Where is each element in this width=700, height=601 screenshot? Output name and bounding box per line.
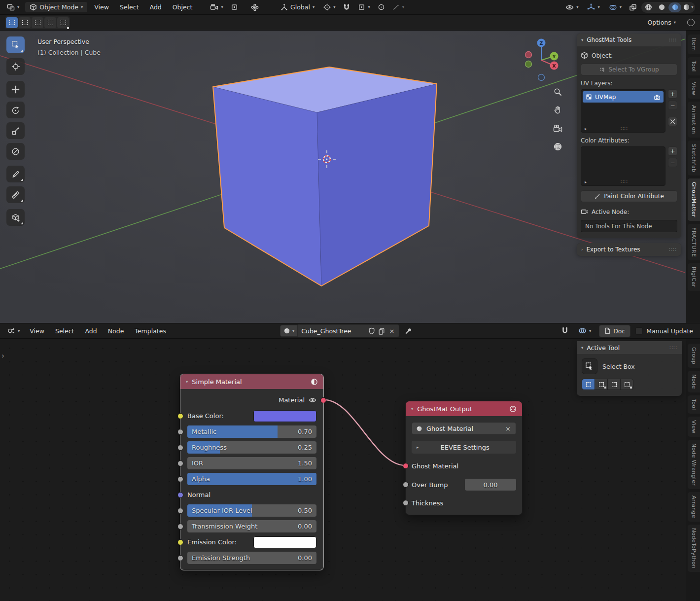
paint-color-attribute-button[interactable]: Paint Color Attribute xyxy=(581,190,677,202)
select-mode-intersect-button[interactable] xyxy=(621,379,633,389)
sidebar-tab-animation[interactable]: Animation xyxy=(688,102,700,138)
roughness-slider[interactable]: Roughness0.25 xyxy=(187,441,316,454)
shader-tab-view[interactable]: View xyxy=(688,417,700,437)
base-color-socket[interactable] xyxy=(177,413,183,419)
camera-icon[interactable] xyxy=(654,94,661,100)
specular-slider[interactable]: Specular IOR Level0.50 xyxy=(187,504,316,517)
options-dropdown[interactable]: Options ▾ xyxy=(644,17,679,28)
over-bump-value-field[interactable]: 0.00 xyxy=(465,479,516,491)
select-mode-extend-button[interactable] xyxy=(19,17,31,28)
drag-handle-icon[interactable]: ∷∷ xyxy=(669,247,677,252)
unlink-material-button[interactable]: × xyxy=(388,328,395,334)
viewport-3d[interactable]: User Perspective (1) Collection | Cube xyxy=(0,31,700,323)
transform-tool[interactable] xyxy=(6,143,25,160)
thickness-socket[interactable] xyxy=(403,500,409,506)
gizmos-dropdown[interactable]: ▾ xyxy=(584,2,602,13)
emission-strength-slider[interactable]: Emission Strength0.00 xyxy=(187,552,316,564)
shader-tab-group[interactable]: Group xyxy=(688,344,700,368)
remove-uv-layer-button[interactable]: − xyxy=(668,101,677,110)
list-resize-handle[interactable]: ∷∷ xyxy=(621,179,628,184)
shading-material-button[interactable] xyxy=(668,2,681,12)
menu-templates[interactable]: Templates xyxy=(131,325,170,337)
add-cube-tool[interactable] xyxy=(6,209,25,226)
frame-toggle[interactable] xyxy=(229,2,240,12)
base-color-swatch[interactable] xyxy=(253,410,316,422)
uv-specials-button[interactable] xyxy=(668,117,677,126)
color-attributes-list[interactable]: ▸ ∷∷ xyxy=(581,146,665,186)
add-color-attribute-button[interactable]: + xyxy=(668,146,677,156)
shader-tab-node[interactable]: Node xyxy=(688,371,700,392)
select-mode-subtract-button[interactable] xyxy=(608,379,620,389)
remove-color-attribute-button[interactable]: − xyxy=(668,158,677,167)
shading-rendered-button[interactable]: ▾ xyxy=(682,2,695,12)
list-filter-toggle-icon[interactable]: ▸ xyxy=(585,180,587,184)
material-browse-dropdown[interactable]: ▾ xyxy=(280,325,298,337)
overlays-dropdown[interactable]: ▾ xyxy=(606,2,625,12)
node-ghostmat-output[interactable]: ▾ GhostMat Output Ghost Material × ▸ EEV… xyxy=(405,401,523,515)
measure-tool[interactable] xyxy=(6,186,25,203)
rotate-tool[interactable] xyxy=(6,102,25,118)
tool-circle-button[interactable] xyxy=(686,17,696,28)
orientation-dropdown[interactable]: Global ▾ xyxy=(278,2,317,12)
shader-tab-tool[interactable]: Tool xyxy=(688,395,700,414)
select-mode-intersect-button[interactable] xyxy=(57,17,69,28)
doc-button[interactable]: Doc xyxy=(599,325,630,337)
duplicate-icon[interactable] xyxy=(378,327,385,335)
metallic-socket[interactable] xyxy=(177,429,183,435)
uv-layers-list[interactable]: UVMap ▸ ∷∷ xyxy=(581,89,665,133)
over-bump-socket[interactable] xyxy=(403,482,409,488)
select-box-tool-button[interactable] xyxy=(582,358,597,374)
node-simple-material[interactable]: ▾ Simple Material Material Base Color: M… xyxy=(180,374,324,570)
menu-view[interactable]: View xyxy=(26,325,48,337)
select-mode-invert-button[interactable] xyxy=(44,17,56,28)
ior-slider[interactable]: IOR1.50 xyxy=(187,457,316,469)
eye-icon[interactable] xyxy=(309,397,316,403)
app-menu-button[interactable]: ▾ xyxy=(4,2,22,13)
shield-icon[interactable] xyxy=(368,327,375,335)
menu-add[interactable]: Add xyxy=(81,325,101,337)
ghostmat-tools-header[interactable]: ▾ GhostMat Tools ∷∷ xyxy=(577,34,681,46)
add-uv-layer-button[interactable]: + xyxy=(668,89,677,99)
ortho-toggle-button[interactable] xyxy=(552,141,563,152)
chevron-down-icon[interactable]: ▾ xyxy=(186,380,188,384)
annotate-tool[interactable] xyxy=(6,166,25,182)
sidebar-tab-rigicar[interactable]: RigiCar xyxy=(688,263,700,291)
node-header[interactable]: ▾ Simple Material xyxy=(180,374,323,389)
shader-tab-arrange[interactable]: Arrange xyxy=(688,492,700,522)
move-tool[interactable] xyxy=(6,81,25,98)
transmission-socket[interactable] xyxy=(177,524,183,530)
snap-toggle[interactable] xyxy=(560,325,570,336)
snap-toggle[interactable] xyxy=(341,2,352,13)
normal-socket[interactable] xyxy=(177,492,183,498)
chevron-down-icon[interactable]: ▾ xyxy=(411,407,413,411)
emission-strength-socket[interactable] xyxy=(177,555,183,561)
select-to-vgroup-button[interactable]: Select To VGroup xyxy=(581,64,677,75)
zoom-button[interactable] xyxy=(552,86,563,98)
select-mode-subtract-button[interactable] xyxy=(32,17,43,28)
addon-extras-button[interactable] xyxy=(249,2,260,13)
export-textures-header[interactable]: › Export to Textures ∷∷ xyxy=(577,243,681,256)
scale-tool[interactable] xyxy=(6,122,25,139)
pin-button[interactable] xyxy=(403,326,414,336)
cursor-tool[interactable] xyxy=(6,58,25,75)
menu-select[interactable]: Select xyxy=(51,325,78,337)
specular-socket[interactable] xyxy=(177,508,183,514)
node-header[interactable]: ▾ GhostMat Output xyxy=(406,401,522,416)
eevee-settings-expander[interactable]: ▸ EEVEE Settings xyxy=(412,441,516,454)
select-mode-set-button[interactable] xyxy=(6,17,18,28)
sidebar-tab-item[interactable]: Item xyxy=(688,35,700,54)
menu-select[interactable]: Select xyxy=(116,1,143,13)
sidebar-tab-view[interactable]: View xyxy=(688,78,700,99)
select-mode-set-button[interactable] xyxy=(582,379,595,389)
active-tool-header[interactable]: ▾ Active Tool ∷∷ xyxy=(577,341,682,354)
shading-wireframe-button[interactable] xyxy=(642,2,655,12)
alpha-slider[interactable]: Alpha1.00 xyxy=(187,473,316,485)
shader-tab-node-wrangler[interactable]: Node Wrangler xyxy=(688,440,700,489)
pan-button[interactable] xyxy=(552,104,563,116)
ghost-material-field[interactable]: Ghost Material × xyxy=(412,422,516,435)
shading-solid-button[interactable] xyxy=(655,2,668,12)
roughness-socket[interactable] xyxy=(177,445,183,451)
metallic-slider[interactable]: Metallic0.70 xyxy=(187,425,316,438)
pivot-dropdown[interactable]: ▾ xyxy=(320,2,338,12)
menu-object[interactable]: Object xyxy=(169,1,197,13)
